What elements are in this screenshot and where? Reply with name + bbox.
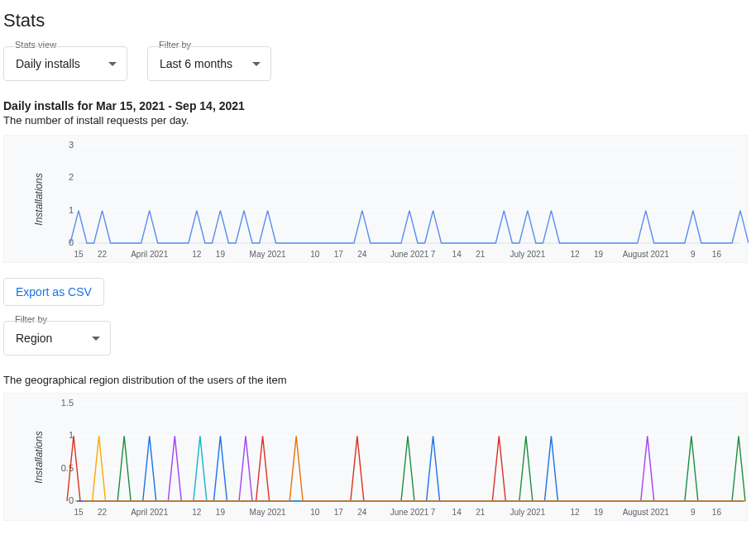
svg-text:10: 10 (310, 250, 320, 259)
svg-text:2: 2 (69, 172, 74, 182)
page-title: Stats (3, 10, 753, 31)
export-csv-button[interactable]: Export as CSV (3, 278, 104, 306)
svg-text:22: 22 (98, 250, 108, 259)
svg-text:June 2021: June 2021 (390, 250, 429, 259)
svg-text:19: 19 (216, 250, 226, 259)
filter-row-top: Stats view Daily installs Filter by Last… (3, 46, 753, 81)
svg-text:21: 21 (476, 250, 486, 259)
stats-view-select[interactable]: Daily installs (3, 46, 127, 81)
svg-text:19: 19 (594, 508, 604, 517)
svg-text:12: 12 (570, 508, 580, 517)
svg-text:0: 0 (69, 495, 74, 505)
svg-text:April 2021: April 2021 (131, 250, 168, 259)
svg-text:July 2021: July 2021 (510, 508, 545, 517)
svg-text:1.5: 1.5 (61, 398, 74, 408)
svg-text:August 2021: August 2021 (623, 508, 670, 517)
filter-by-select-wrap: Filter by Last 6 months (147, 46, 271, 81)
svg-text:0.5: 0.5 (61, 463, 74, 473)
svg-text:24: 24 (357, 508, 367, 517)
svg-text:16: 16 (712, 508, 722, 517)
svg-text:August 2021: August 2021 (623, 250, 670, 259)
svg-text:June 2021: June 2021 (390, 508, 429, 517)
svg-text:12: 12 (570, 250, 580, 259)
region-chart: Installations 00.511.51522April 20211219… (3, 393, 748, 521)
svg-text:17: 17 (334, 508, 344, 517)
stats-view-select-wrap: Stats view Daily installs (3, 46, 127, 81)
region-filter-select[interactable]: Region (3, 321, 111, 356)
svg-text:May 2021: May 2021 (250, 250, 286, 259)
svg-text:April 2021: April 2021 (131, 508, 168, 517)
chart1-svg: 01231522April 20211219May 2021101724June… (4, 136, 749, 264)
svg-text:16: 16 (712, 250, 722, 259)
svg-text:10: 10 (310, 508, 320, 517)
svg-text:July 2021: July 2021 (510, 250, 545, 259)
svg-text:15: 15 (74, 508, 84, 517)
svg-text:21: 21 (476, 508, 486, 517)
svg-text:19: 19 (594, 250, 604, 259)
chart1-title: Daily installs for Mar 15, 2021 - Sep 14… (3, 99, 753, 112)
svg-text:17: 17 (334, 250, 344, 259)
svg-text:9: 9 (691, 250, 696, 259)
filter-row-region: Filter by Region (3, 321, 753, 356)
filter-by-select[interactable]: Last 6 months (147, 46, 271, 81)
installs-chart: Installations 01231522April 20211219May … (3, 135, 748, 263)
svg-text:9: 9 (691, 508, 696, 517)
chart2-svg: 00.511.51522April 20211219May 2021101724… (4, 394, 749, 522)
svg-text:1: 1 (69, 205, 74, 215)
svg-text:May 2021: May 2021 (250, 508, 286, 517)
svg-text:3: 3 (69, 140, 74, 150)
svg-text:22: 22 (98, 508, 108, 517)
svg-text:7: 7 (431, 250, 436, 259)
svg-text:12: 12 (192, 250, 202, 259)
chart1-subtitle: The number of install requests per day. (3, 114, 753, 127)
svg-text:14: 14 (452, 508, 462, 517)
svg-text:24: 24 (357, 250, 367, 259)
svg-text:12: 12 (192, 508, 202, 517)
region-filter-wrap: Filter by Region (3, 321, 111, 356)
svg-text:7: 7 (431, 508, 436, 517)
svg-text:14: 14 (452, 250, 462, 259)
svg-text:15: 15 (74, 250, 84, 259)
region-chart-description: The geographical region distribution of … (3, 374, 753, 386)
svg-text:19: 19 (216, 508, 226, 517)
